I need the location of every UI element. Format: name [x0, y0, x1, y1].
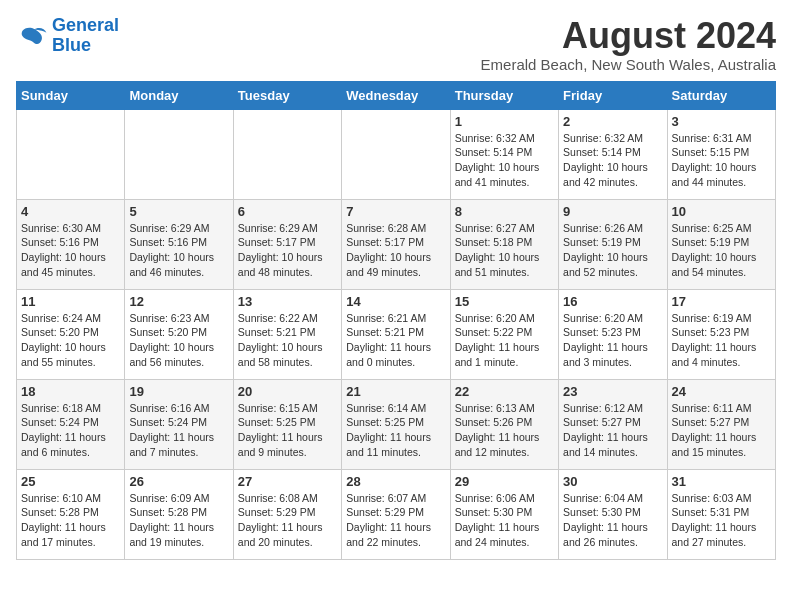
calendar-week-row: 1Sunrise: 6:32 AM Sunset: 5:14 PM Daylig… [17, 109, 776, 199]
day-info: Sunrise: 6:19 AM Sunset: 5:23 PM Dayligh… [672, 311, 771, 370]
header-cell-monday: Monday [125, 81, 233, 109]
day-info: Sunrise: 6:22 AM Sunset: 5:21 PM Dayligh… [238, 311, 337, 370]
day-info: Sunrise: 6:08 AM Sunset: 5:29 PM Dayligh… [238, 491, 337, 550]
month-year-title: August 2024 [481, 16, 776, 56]
day-number: 5 [129, 204, 228, 219]
calendar-cell [342, 109, 450, 199]
day-number: 23 [563, 384, 662, 399]
day-info: Sunrise: 6:30 AM Sunset: 5:16 PM Dayligh… [21, 221, 120, 280]
day-number: 12 [129, 294, 228, 309]
day-number: 6 [238, 204, 337, 219]
day-number: 11 [21, 294, 120, 309]
calendar-cell: 30Sunrise: 6:04 AM Sunset: 5:30 PM Dayli… [559, 469, 667, 559]
calendar-cell: 31Sunrise: 6:03 AM Sunset: 5:31 PM Dayli… [667, 469, 775, 559]
day-number: 22 [455, 384, 554, 399]
calendar-cell: 29Sunrise: 6:06 AM Sunset: 5:30 PM Dayli… [450, 469, 558, 559]
logo-line2: Blue [52, 35, 91, 55]
day-info: Sunrise: 6:28 AM Sunset: 5:17 PM Dayligh… [346, 221, 445, 280]
calendar-cell: 20Sunrise: 6:15 AM Sunset: 5:25 PM Dayli… [233, 379, 341, 469]
calendar-cell: 8Sunrise: 6:27 AM Sunset: 5:18 PM Daylig… [450, 199, 558, 289]
location-subtitle: Emerald Beach, New South Wales, Australi… [481, 56, 776, 73]
day-number: 9 [563, 204, 662, 219]
day-info: Sunrise: 6:29 AM Sunset: 5:17 PM Dayligh… [238, 221, 337, 280]
day-info: Sunrise: 6:10 AM Sunset: 5:28 PM Dayligh… [21, 491, 120, 550]
calendar-cell [17, 109, 125, 199]
logo-text: General Blue [52, 16, 119, 56]
calendar-cell: 26Sunrise: 6:09 AM Sunset: 5:28 PM Dayli… [125, 469, 233, 559]
day-number: 7 [346, 204, 445, 219]
day-info: Sunrise: 6:20 AM Sunset: 5:22 PM Dayligh… [455, 311, 554, 370]
day-info: Sunrise: 6:23 AM Sunset: 5:20 PM Dayligh… [129, 311, 228, 370]
day-number: 27 [238, 474, 337, 489]
calendar-cell: 7Sunrise: 6:28 AM Sunset: 5:17 PM Daylig… [342, 199, 450, 289]
day-number: 28 [346, 474, 445, 489]
calendar-cell: 24Sunrise: 6:11 AM Sunset: 5:27 PM Dayli… [667, 379, 775, 469]
calendar-cell: 19Sunrise: 6:16 AM Sunset: 5:24 PM Dayli… [125, 379, 233, 469]
header-cell-wednesday: Wednesday [342, 81, 450, 109]
calendar-week-row: 11Sunrise: 6:24 AM Sunset: 5:20 PM Dayli… [17, 289, 776, 379]
logo: General Blue [16, 16, 119, 56]
logo-icon [16, 20, 48, 52]
calendar-cell: 11Sunrise: 6:24 AM Sunset: 5:20 PM Dayli… [17, 289, 125, 379]
day-number: 31 [672, 474, 771, 489]
header-cell-tuesday: Tuesday [233, 81, 341, 109]
header-cell-saturday: Saturday [667, 81, 775, 109]
day-info: Sunrise: 6:29 AM Sunset: 5:16 PM Dayligh… [129, 221, 228, 280]
day-number: 16 [563, 294, 662, 309]
day-number: 17 [672, 294, 771, 309]
calendar-cell: 1Sunrise: 6:32 AM Sunset: 5:14 PM Daylig… [450, 109, 558, 199]
calendar-cell: 9Sunrise: 6:26 AM Sunset: 5:19 PM Daylig… [559, 199, 667, 289]
day-info: Sunrise: 6:21 AM Sunset: 5:21 PM Dayligh… [346, 311, 445, 370]
day-info: Sunrise: 6:32 AM Sunset: 5:14 PM Dayligh… [455, 131, 554, 190]
page-header: General Blue August 2024 Emerald Beach, … [16, 16, 776, 73]
day-info: Sunrise: 6:25 AM Sunset: 5:19 PM Dayligh… [672, 221, 771, 280]
day-number: 19 [129, 384, 228, 399]
day-number: 25 [21, 474, 120, 489]
calendar-cell: 6Sunrise: 6:29 AM Sunset: 5:17 PM Daylig… [233, 199, 341, 289]
day-number: 2 [563, 114, 662, 129]
day-info: Sunrise: 6:20 AM Sunset: 5:23 PM Dayligh… [563, 311, 662, 370]
day-info: Sunrise: 6:11 AM Sunset: 5:27 PM Dayligh… [672, 401, 771, 460]
calendar-cell: 13Sunrise: 6:22 AM Sunset: 5:21 PM Dayli… [233, 289, 341, 379]
day-info: Sunrise: 6:14 AM Sunset: 5:25 PM Dayligh… [346, 401, 445, 460]
day-info: Sunrise: 6:15 AM Sunset: 5:25 PM Dayligh… [238, 401, 337, 460]
day-info: Sunrise: 6:13 AM Sunset: 5:26 PM Dayligh… [455, 401, 554, 460]
calendar-table: SundayMondayTuesdayWednesdayThursdayFrid… [16, 81, 776, 560]
calendar-cell: 4Sunrise: 6:30 AM Sunset: 5:16 PM Daylig… [17, 199, 125, 289]
day-info: Sunrise: 6:27 AM Sunset: 5:18 PM Dayligh… [455, 221, 554, 280]
calendar-week-row: 4Sunrise: 6:30 AM Sunset: 5:16 PM Daylig… [17, 199, 776, 289]
day-number: 4 [21, 204, 120, 219]
day-info: Sunrise: 6:06 AM Sunset: 5:30 PM Dayligh… [455, 491, 554, 550]
calendar-cell: 25Sunrise: 6:10 AM Sunset: 5:28 PM Dayli… [17, 469, 125, 559]
day-number: 14 [346, 294, 445, 309]
calendar-cell: 12Sunrise: 6:23 AM Sunset: 5:20 PM Dayli… [125, 289, 233, 379]
calendar-cell: 14Sunrise: 6:21 AM Sunset: 5:21 PM Dayli… [342, 289, 450, 379]
day-number: 10 [672, 204, 771, 219]
calendar-cell: 2Sunrise: 6:32 AM Sunset: 5:14 PM Daylig… [559, 109, 667, 199]
calendar-cell: 18Sunrise: 6:18 AM Sunset: 5:24 PM Dayli… [17, 379, 125, 469]
calendar-cell: 10Sunrise: 6:25 AM Sunset: 5:19 PM Dayli… [667, 199, 775, 289]
title-block: August 2024 Emerald Beach, New South Wal… [481, 16, 776, 73]
day-info: Sunrise: 6:09 AM Sunset: 5:28 PM Dayligh… [129, 491, 228, 550]
day-number: 18 [21, 384, 120, 399]
calendar-cell [125, 109, 233, 199]
day-info: Sunrise: 6:32 AM Sunset: 5:14 PM Dayligh… [563, 131, 662, 190]
calendar-cell: 17Sunrise: 6:19 AM Sunset: 5:23 PM Dayli… [667, 289, 775, 379]
day-number: 20 [238, 384, 337, 399]
day-number: 3 [672, 114, 771, 129]
calendar-cell: 16Sunrise: 6:20 AM Sunset: 5:23 PM Dayli… [559, 289, 667, 379]
day-info: Sunrise: 6:18 AM Sunset: 5:24 PM Dayligh… [21, 401, 120, 460]
day-info: Sunrise: 6:07 AM Sunset: 5:29 PM Dayligh… [346, 491, 445, 550]
calendar-cell: 22Sunrise: 6:13 AM Sunset: 5:26 PM Dayli… [450, 379, 558, 469]
calendar-cell: 27Sunrise: 6:08 AM Sunset: 5:29 PM Dayli… [233, 469, 341, 559]
header-cell-sunday: Sunday [17, 81, 125, 109]
day-info: Sunrise: 6:16 AM Sunset: 5:24 PM Dayligh… [129, 401, 228, 460]
calendar-header-row: SundayMondayTuesdayWednesdayThursdayFrid… [17, 81, 776, 109]
calendar-cell: 3Sunrise: 6:31 AM Sunset: 5:15 PM Daylig… [667, 109, 775, 199]
day-info: Sunrise: 6:04 AM Sunset: 5:30 PM Dayligh… [563, 491, 662, 550]
day-number: 21 [346, 384, 445, 399]
day-info: Sunrise: 6:12 AM Sunset: 5:27 PM Dayligh… [563, 401, 662, 460]
calendar-cell: 28Sunrise: 6:07 AM Sunset: 5:29 PM Dayli… [342, 469, 450, 559]
calendar-cell: 15Sunrise: 6:20 AM Sunset: 5:22 PM Dayli… [450, 289, 558, 379]
calendar-week-row: 25Sunrise: 6:10 AM Sunset: 5:28 PM Dayli… [17, 469, 776, 559]
